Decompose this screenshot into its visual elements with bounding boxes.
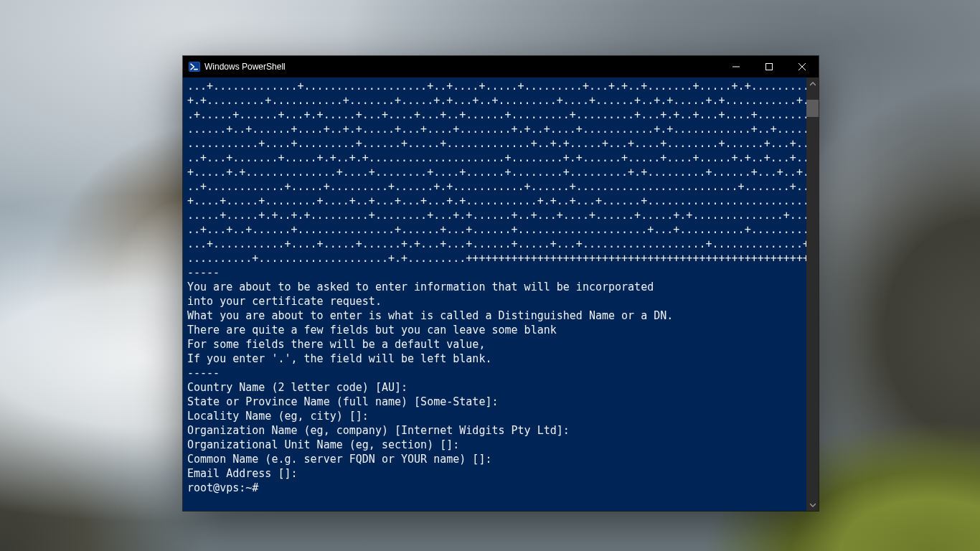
terminal-line: For some fields there will be a default … (187, 337, 806, 352)
terminal-line: ...+.............+...................+..… (187, 79, 806, 93)
terminal-line: Organization Name (eg, company) [Interne… (187, 423, 806, 438)
terminal-line: ..+...+.......+.....+.+..+.+............… (187, 151, 806, 165)
svg-rect-3 (766, 64, 773, 70)
terminal-line: ----- (187, 265, 806, 280)
terminal-line: State or Province Name (full name) [Some… (187, 395, 806, 409)
terminal-line: .+.....+......+...+.+.....+...+....+...+… (187, 108, 806, 122)
close-icon (798, 63, 806, 70)
terminal-line: Email Address []: (187, 466, 806, 481)
terminal-line: +.+.........+...........+.......+.....+.… (187, 93, 806, 108)
terminal-line: root@vps:~# (187, 481, 806, 495)
terminal-line: Locality Name (eg, city) []: (187, 409, 806, 423)
terminal-line: You are about to be asked to enter infor… (187, 280, 806, 294)
maximize-icon (765, 63, 773, 70)
terminal-line: .....+.....+.+..+.+.........+........+..… (187, 208, 806, 222)
window-client-area: ...+.............+...................+..… (183, 77, 819, 511)
minimize-button[interactable] (720, 56, 753, 77)
terminal-line: ..........+....................+.+......… (187, 251, 806, 265)
terminal-line: ...+...........+....+.....+......+.+...+… (187, 237, 806, 251)
powershell-icon (189, 61, 200, 72)
terminal-line: ......+..+......+....+..+.+.....+...+...… (187, 122, 806, 136)
scroll-up-button[interactable] (806, 77, 819, 90)
titlebar[interactable]: Windows PowerShell (183, 56, 819, 77)
scroll-down-button[interactable] (806, 499, 819, 511)
terminal-line: into your certificate request. (187, 294, 806, 309)
terminal-line: ..+...+..+......+...............+......+… (187, 222, 806, 237)
terminal-output[interactable]: ...+.............+...................+..… (183, 77, 806, 511)
chevron-up-icon (810, 81, 816, 87)
terminal-line: ..+............+.....+.........+......+.… (187, 179, 806, 194)
vertical-scrollbar[interactable] (806, 77, 819, 511)
scrollbar-thumb[interactable] (806, 100, 819, 117)
terminal-line: If you enter '.', the field will be left… (187, 352, 806, 366)
terminal-line: ...........+....+.........+......+.....+… (187, 136, 806, 151)
minimize-icon (732, 63, 740, 70)
terminal-line: Country Name (2 letter code) [AU]: (187, 380, 806, 395)
maximize-button[interactable] (753, 56, 786, 77)
terminal-line: There are quite a few fields but you can… (187, 323, 806, 337)
scrollbar-track[interactable] (806, 90, 819, 499)
window-title: Windows PowerShell (204, 62, 286, 72)
terminal-line: ----- (187, 366, 806, 380)
chevron-down-icon (810, 502, 816, 508)
close-button[interactable] (786, 56, 819, 77)
terminal-line: What you are about to enter is what is c… (187, 309, 806, 323)
terminal-line: Common Name (e.g. server FQDN or YOUR na… (187, 452, 806, 466)
terminal-line: +....+.....+........+....+..+...+...+...… (187, 194, 806, 208)
powershell-window: Windows PowerShell ...+.............+...… (183, 56, 819, 511)
terminal-line: +.....+.+..............+....+........+..… (187, 165, 806, 179)
terminal-line: Organizational Unit Name (eg, section) [… (187, 438, 806, 452)
